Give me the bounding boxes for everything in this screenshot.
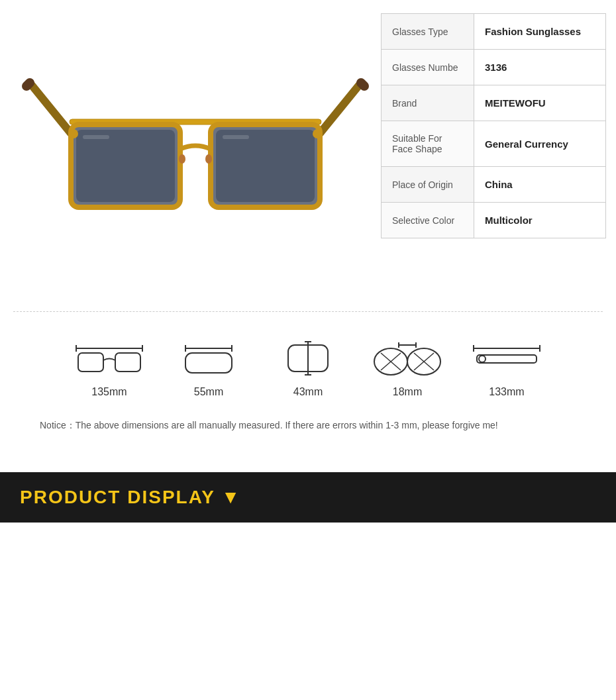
svg-line-1 xyxy=(318,83,361,136)
spec-row: Suitable For Face ShapeGeneral Currency xyxy=(382,121,606,167)
svg-rect-13 xyxy=(83,135,109,139)
spec-row: Selective ColorMulticolor xyxy=(382,203,606,238)
spec-label: Glasses Type xyxy=(382,14,474,50)
product-top-section: Glasses TypeFashion SunglassesGlasses Nu… xyxy=(0,0,616,305)
notice-text: Notice：The above dimensions are all manu… xyxy=(13,411,603,446)
spec-label: Glasses Numbe xyxy=(382,50,474,85)
dim-label-133: 133mm xyxy=(489,386,524,398)
svg-point-10 xyxy=(313,129,322,138)
spec-row: BrandMEITEWOFU xyxy=(382,85,606,121)
dim-label-55: 55mm xyxy=(194,386,223,398)
spec-row: Glasses TypeFashion Sunglasses xyxy=(382,14,606,50)
product-image xyxy=(10,13,381,291)
dimension-item-lens-height: 43mm xyxy=(272,338,344,398)
spec-label: Brand xyxy=(382,85,474,121)
dim-label-135: 135mm xyxy=(91,386,127,398)
svg-line-0 xyxy=(30,83,73,136)
svg-line-11 xyxy=(26,83,30,86)
section-divider xyxy=(13,311,603,312)
svg-point-8 xyxy=(205,154,212,164)
svg-point-9 xyxy=(69,129,78,138)
svg-rect-4 xyxy=(76,130,175,202)
dimension-item-width: 135mm xyxy=(73,338,146,398)
product-display-banner: PRODUCT DISPLAY ▼ xyxy=(0,472,616,523)
svg-rect-18 xyxy=(78,353,103,372)
dimensions-section: 135mm 55mm 43mm xyxy=(0,319,616,459)
spec-row: Place of OriginChina xyxy=(382,167,606,203)
svg-point-41 xyxy=(479,356,486,362)
spec-value: Fashion Sunglasses xyxy=(474,14,606,50)
spec-value: MEITEWOFU xyxy=(474,85,606,121)
spec-value: 3136 xyxy=(474,50,606,85)
banner-text: PRODUCT DISPLAY ▼ xyxy=(20,487,241,507)
dimension-item-bridge: 18mm xyxy=(371,338,444,398)
spec-value: Multicolor xyxy=(474,203,606,238)
bottom-space xyxy=(0,523,616,628)
spec-value: China xyxy=(474,167,606,203)
dim-label-18: 18mm xyxy=(393,386,422,398)
svg-rect-6 xyxy=(216,130,315,202)
spec-label: Suitable For Face Shape xyxy=(382,121,474,167)
spec-label: Place of Origin xyxy=(382,167,474,203)
dimension-item-temple: 133mm xyxy=(470,338,543,398)
svg-line-12 xyxy=(361,83,364,86)
specs-table: Glasses TypeFashion SunglassesGlasses Nu… xyxy=(381,13,606,238)
svg-rect-14 xyxy=(223,135,249,139)
svg-rect-23 xyxy=(185,353,232,373)
dimensions-row: 135mm 55mm 43mm xyxy=(73,338,543,398)
svg-point-7 xyxy=(179,154,185,164)
dimension-item-lens-width: 55mm xyxy=(172,338,245,398)
svg-rect-19 xyxy=(115,353,140,372)
dim-label-43: 43mm xyxy=(293,386,323,398)
spec-value: General Currency xyxy=(474,121,606,167)
spec-row: Glasses Numbe3136 xyxy=(382,50,606,85)
spec-label: Selective Color xyxy=(382,203,474,238)
